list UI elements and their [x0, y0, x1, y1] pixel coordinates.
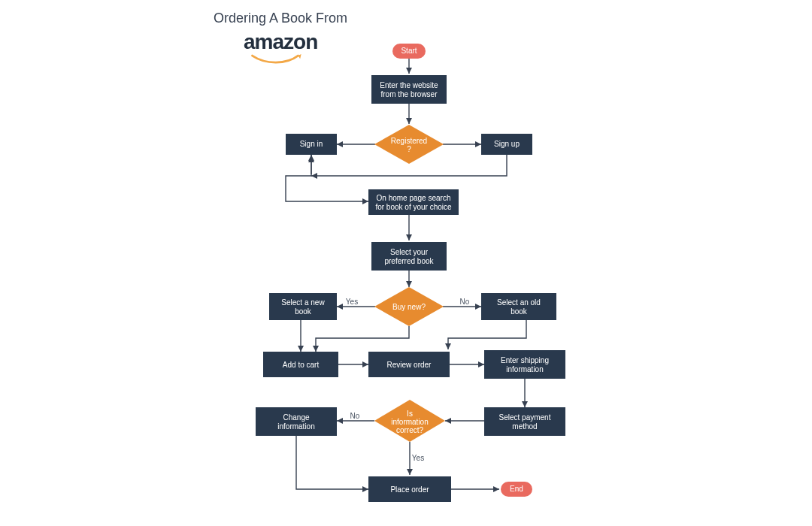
- svg-text:Enter the website: Enter the website: [380, 81, 438, 89]
- svg-text:Sign up: Sign up: [494, 140, 520, 148]
- edge-label-no-1: No: [460, 298, 470, 306]
- svg-text:information: information: [506, 365, 543, 373]
- process-enter-website: Enter the website from the browser: [371, 75, 447, 104]
- svg-text:Select a new: Select a new: [281, 298, 325, 307]
- svg-text:for book of your choice: for book of your choice: [375, 203, 452, 211]
- svg-text:End: End: [510, 485, 523, 493]
- svg-text:Change: Change: [283, 413, 309, 422]
- svg-text:?: ?: [407, 145, 411, 153]
- process-select-preferred: Select your preferred book: [371, 242, 447, 271]
- svg-text:Is: Is: [407, 410, 413, 418]
- edge-label-no-2: No: [350, 412, 360, 420]
- svg-text:Sign in: Sign in: [300, 140, 323, 148]
- svg-text:information: information: [277, 422, 314, 431]
- decision-buy-new: Buy new?: [374, 287, 444, 326]
- svg-text:On home page search: On home page search: [377, 194, 451, 202]
- svg-text:Place order: Place order: [390, 485, 429, 494]
- process-select-old-book: Select an old book: [481, 293, 556, 320]
- svg-text:Registered: Registered: [391, 137, 427, 145]
- process-sign-up: Sign up: [481, 134, 532, 155]
- edge-label-yes-1: Yes: [346, 298, 358, 306]
- terminal-start: Start: [392, 44, 426, 59]
- svg-text:Enter shipping: Enter shipping: [501, 356, 549, 364]
- process-change-information: Change information: [256, 407, 337, 436]
- svg-text:Select payment: Select payment: [499, 413, 551, 422]
- process-select-new-book: Select a new book: [269, 293, 337, 320]
- svg-text:method: method: [512, 422, 537, 431]
- decision-info-correct: Is information correct?: [374, 400, 445, 442]
- decision-registered: Registered ?: [374, 125, 444, 164]
- edge-label-yes-2: Yes: [412, 454, 424, 462]
- process-add-to-cart: Add to cart: [263, 352, 338, 377]
- process-review-order: Review order: [368, 352, 450, 377]
- svg-text:Select your: Select your: [390, 248, 429, 256]
- process-enter-shipping: Enter shipping information: [484, 350, 565, 379]
- svg-text:Add to cart: Add to cart: [283, 361, 320, 369]
- process-place-order: Place order: [368, 476, 451, 502]
- svg-text:Buy new?: Buy new?: [392, 303, 426, 311]
- svg-text:book: book: [295, 307, 312, 316]
- terminal-end: End: [501, 482, 532, 497]
- process-sign-in: Sign in: [286, 134, 337, 155]
- svg-text:from the browser: from the browser: [380, 90, 438, 98]
- process-select-payment: Select payment method: [484, 407, 565, 436]
- svg-text:book: book: [511, 307, 528, 316]
- svg-text:information: information: [391, 418, 428, 426]
- flowchart: Yes No No Yes Start Enter the website fr…: [0, 0, 812, 526]
- svg-text:correct?: correct?: [396, 426, 424, 434]
- svg-text:Start: Start: [401, 47, 417, 55]
- svg-text:Review order: Review order: [387, 361, 432, 369]
- svg-text:Select an old: Select an old: [497, 298, 541, 307]
- process-search-book: On home page search for book of your cho…: [368, 189, 459, 215]
- svg-text:preferred book: preferred book: [384, 257, 434, 265]
